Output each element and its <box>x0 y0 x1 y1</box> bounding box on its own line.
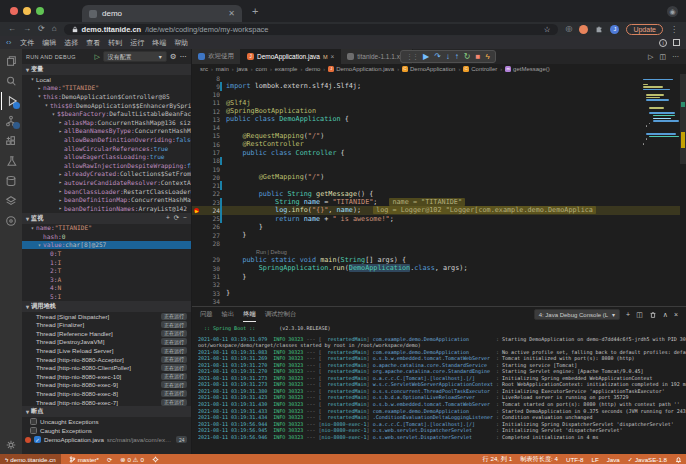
menu-item-6[interactable]: 终端 <box>148 39 170 46</box>
menu-item-1[interactable]: 编辑 <box>38 39 60 46</box>
thread-row[interactable]: Thread [http-nio-8080-exec-7]正在运行 <box>22 398 191 407</box>
breakpoint-checkbox[interactable]: ✓ <box>34 436 41 443</box>
code-line[interactable]: 21 <box>192 181 686 189</box>
code-line[interactable]: 8 <box>192 74 686 82</box>
settings-gear-icon[interactable] <box>1 436 21 454</box>
gutter[interactable]: 23 <box>192 198 222 206</box>
editor-tab-0[interactable]: 欢迎使用 <box>192 49 241 64</box>
code-line[interactable]: 33} <box>192 289 686 297</box>
remote-indicator[interactable]: ϟ demo.titanide.cn <box>0 454 61 464</box>
panel-tab-0[interactable]: 问题 <box>200 307 213 322</box>
layers-icon[interactable] <box>1 192 21 210</box>
terminal-select[interactable]: 4: Java Debug Console (L▾ <box>534 309 620 320</box>
gutter[interactable]: 13 <box>192 115 222 123</box>
add-watch-icon[interactable]: + <box>166 214 170 222</box>
breakpoint-checkbox[interactable] <box>30 427 37 434</box>
variables-section-header[interactable]: ▾变量 <box>22 64 191 75</box>
gutter[interactable]: 21 <box>192 181 222 189</box>
browser-tab[interactable]: demo ✕ <box>82 5 242 22</box>
code-line[interactable]: 16 @RestController <box>192 140 686 148</box>
forward-icon[interactable]: → <box>23 22 31 36</box>
address-bar[interactable]: demo.titanide.cn/ide/web/coding/demo/my-… <box>64 24 559 35</box>
code-line[interactable]: 18 <box>192 157 686 165</box>
breadcrumb-item[interactable]: demo <box>305 66 320 72</box>
gutter[interactable]: 33 <box>192 289 222 297</box>
menu-item-3[interactable]: 查看 <box>82 39 104 46</box>
watch-row[interactable]: ▾value: char[8]@257 <box>22 241 191 250</box>
disc-icon[interactable] <box>1 212 21 230</box>
language-mode[interactable]: Java <box>607 456 620 463</box>
code-line[interactable]: 30 SpringApplication.run(DemoApplication… <box>192 264 686 272</box>
reload-icon[interactable]: ⟳ <box>38 22 45 36</box>
code-line[interactable]: 32 <box>192 281 686 289</box>
gutter[interactable]: 9 <box>192 82 222 90</box>
variable-row[interactable]: ▸beanClassLoader: RestartClassLoader@140 <box>22 187 191 196</box>
breadcrumb-item[interactable]: mgetMessage() <box>505 66 550 72</box>
thread-row[interactable]: Thread [http-nio-8080-ClientPoller]正在运行 <box>22 363 191 372</box>
watch-row[interactable]: 5: I <box>22 292 191 301</box>
code-line[interactable]: 13public class DemoApplication { <box>192 115 686 123</box>
search-icon[interactable]: ◎ <box>565 22 572 36</box>
gutter[interactable]: 31 <box>192 272 222 280</box>
sidebar-more-icon[interactable]: ⋯ <box>180 52 188 61</box>
code-line[interactable]: 17 public class Controller { <box>192 148 686 156</box>
menu-item-0[interactable]: 文件 <box>16 39 38 46</box>
breadcrumb-item[interactable]: main <box>216 66 229 72</box>
gutter[interactable]: 32 <box>192 281 222 289</box>
variable-row[interactable]: allowRawInjectionDespiteWrapping: false <box>22 161 191 170</box>
split-editor-icon[interactable]: ◫ <box>659 53 666 61</box>
code-line[interactable]: 15 @RequestMapping("/") <box>192 132 686 140</box>
code-line[interactable]: 11@Slf4j <box>192 99 686 107</box>
editor-tab-1[interactable]: JDemoApplication.javaM× <box>241 49 341 64</box>
step-out-icon[interactable]: ↑ <box>455 52 459 61</box>
tab-close-icon[interactable]: × <box>330 53 334 60</box>
variable-row[interactable]: allowBeanDefinitionOverriding: false <box>22 135 191 144</box>
test-flask-icon[interactable] <box>1 152 21 170</box>
variable-row[interactable]: ▸beanDefinitionMap: ConcurrentHashMap@14… <box>22 195 191 204</box>
thread-row[interactable]: Thread [http-nio-8080-exec-9]正在运行 <box>22 381 191 390</box>
watch-row[interactable]: 0: T <box>22 249 191 258</box>
watch-row[interactable]: 1: I <box>22 258 191 267</box>
watch-row[interactable]: ▾name: "TITANIDE" <box>22 224 191 233</box>
panel-tab-1[interactable]: 输出 <box>222 307 235 322</box>
browser-menu-icon[interactable]: ⋮ <box>670 25 678 34</box>
maximize-window-icon[interactable] <box>36 7 44 15</box>
gutter[interactable]: 18 <box>192 157 222 165</box>
breadcrumb-item[interactable]: com <box>256 66 267 72</box>
gutter[interactable]: 12 <box>192 107 222 115</box>
code-line[interactable]: 27 } <box>192 231 686 239</box>
eol[interactable]: LF <box>592 456 599 463</box>
thread-row[interactable]: Thread [Finalizer]正在运行 <box>22 320 191 329</box>
back-icon[interactable]: ← <box>8 22 16 36</box>
code-line[interactable]: 29 public static void main(String[] args… <box>192 256 686 264</box>
gutter[interactable]: 20 <box>192 173 222 181</box>
variable-row[interactable]: ▸alreadyCreated: Collections$SetFromMap@… <box>22 170 191 179</box>
code-editor[interactable]: 89import lombok.extern.slf4j.Slf4j;1011@… <box>192 74 686 306</box>
step-over-icon[interactable]: ↷ <box>434 52 441 61</box>
collapse-watch-icon[interactable]: − <box>183 214 187 222</box>
split-terminal-icon[interactable]: ◫ <box>636 311 643 319</box>
variable-row[interactable]: allowCircularReferences: true <box>22 144 191 153</box>
git-branch-item[interactable]: master* <box>69 456 99 463</box>
start-debug-icon[interactable]: ▷ <box>94 53 99 61</box>
breadcrumb-item[interactable]: java <box>237 66 248 72</box>
continue-icon[interactable]: ▶ <box>423 52 429 61</box>
menu-item-7[interactable]: 帮助 <box>170 39 192 46</box>
thread-row[interactable]: Thread [Live Reload Server]正在运行 <box>22 346 191 355</box>
code-line[interactable]: 28 <box>192 239 686 247</box>
new-terminal-icon[interactable]: + <box>626 311 630 318</box>
extensions-icon[interactable] <box>1 132 21 150</box>
update-button[interactable]: Update <box>626 24 663 35</box>
notifications-bell-icon[interactable] <box>675 456 682 463</box>
code-line[interactable]: 22 public String getMessage() { <box>192 190 686 198</box>
breakpoint-row[interactable]: Uncaught Exceptions <box>22 417 191 426</box>
code-line[interactable]: 20 @GetMapping("/") <box>192 173 686 181</box>
gutter[interactable]: 26 <box>192 223 222 231</box>
window-controls[interactable] <box>0 7 54 15</box>
gutter[interactable]: 22 <box>192 190 222 198</box>
editor-more-icon[interactable]: ⋯ <box>672 53 679 61</box>
breadcrumb-item[interactable]: src <box>200 66 208 72</box>
variable-row[interactable]: ▾this: DemoApplication$Controller@85 <box>22 92 191 101</box>
watch-section-header[interactable]: ▾监视 + ⟳ − <box>22 213 191 224</box>
variable-row[interactable]: ▸name: "TITANIDE" <box>22 84 191 93</box>
